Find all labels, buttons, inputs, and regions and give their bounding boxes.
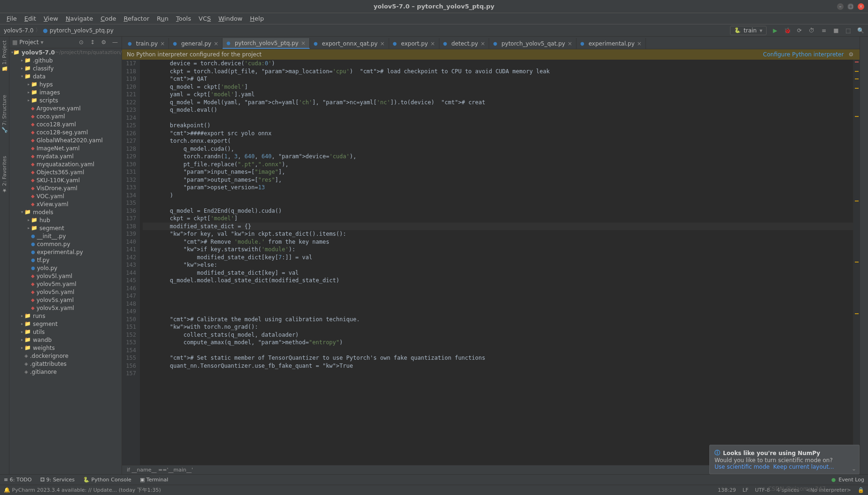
tree-item[interactable]: ◆coco.yaml <box>9 112 122 120</box>
code-editor[interactable]: 1171181191201211221231241251261271281291… <box>122 60 860 465</box>
tree-item[interactable]: ▸📁classify <box>9 64 122 72</box>
menu-vcs[interactable]: VCS <box>196 14 214 23</box>
status-interpreter[interactable]: <No interpreter> <box>806 487 851 493</box>
profiler-icon[interactable]: ⏱ <box>808 27 815 34</box>
settings-icon[interactable]: ⚙ <box>100 39 108 46</box>
close-tab-icon[interactable]: × <box>380 40 384 47</box>
update-icon[interactable]: ⬚ <box>845 27 852 34</box>
close-tab-icon[interactable]: × <box>301 40 306 46</box>
editor-marker-strip[interactable] <box>853 60 860 465</box>
search-everywhere-icon[interactable]: 🔍 <box>857 27 864 34</box>
tree-item[interactable]: ◆VOC.yaml <box>9 192 122 200</box>
tree-item[interactable]: ◆myquatazation.yaml <box>9 160 122 168</box>
tree-item[interactable]: ▸📁scripts <box>9 96 122 104</box>
tree-item[interactable]: ▸📁hub <box>9 216 122 224</box>
run-config-selector[interactable]: train ▾ <box>730 26 767 35</box>
tree-item[interactable]: ◆ImageNet.yaml <box>9 144 122 152</box>
close-tab-icon[interactable]: × <box>637 40 642 47</box>
tree-item[interactable]: ◆Objects365.yaml <box>9 168 122 176</box>
tree-item[interactable]: ●yolo.py <box>9 264 122 272</box>
minimize-button[interactable]: – <box>837 3 844 10</box>
breadcrumb-root[interactable]: yolov5-7.0 <box>4 27 33 34</box>
tree-item[interactable]: ●__init__.py <box>9 232 122 240</box>
tree-item[interactable]: ◆xView.yaml <box>9 200 122 208</box>
status-lock-icon[interactable]: 🔒 <box>858 487 864 493</box>
tree-item[interactable]: ◈.gitattributes <box>9 360 122 368</box>
menu-refactor[interactable]: Refactor <box>121 14 152 23</box>
status-update[interactable]: PyCharm 2023.3.4 available: // Update...… <box>12 487 161 493</box>
menu-edit[interactable]: Edit <box>22 14 39 23</box>
menu-tools[interactable]: Tools <box>173 14 194 23</box>
status-indent[interactable]: 4 spaces <box>776 487 799 493</box>
close-tab-icon[interactable]: × <box>568 40 572 47</box>
editor-tab[interactable]: ●export_onnx_qat.py× <box>310 38 389 49</box>
close-tab-icon[interactable]: × <box>160 40 165 47</box>
tree-item[interactable]: ◆yolov5n.yaml <box>9 288 122 296</box>
editor-tab[interactable]: ●general.py× <box>169 38 223 49</box>
tree-item[interactable]: ◆mydata.yaml <box>9 152 122 160</box>
tree-item[interactable]: ▸📁images <box>9 88 122 96</box>
use-scientific-link[interactable]: Use scientific mode <box>714 464 769 470</box>
tree-item[interactable]: ◆VisDrone.yaml <box>9 184 122 192</box>
menu-navigate[interactable]: Navigate <box>63 14 96 23</box>
editor-tab[interactable]: ●pytorch_yolov5_ptq.py× <box>223 38 310 49</box>
tree-item[interactable]: ◆yolov5m.yaml <box>9 280 122 288</box>
tree-item[interactable]: ◆yolov5s.yaml <box>9 296 122 304</box>
tree-item[interactable]: ▸📁wandb <box>9 336 122 344</box>
menu-file[interactable]: File <box>4 14 20 23</box>
warning-settings-icon[interactable]: ⚙ <box>847 51 855 58</box>
tree-item[interactable]: ◈.gitianore <box>9 368 122 376</box>
tree-item[interactable]: ●tf.py <box>9 256 122 264</box>
todo-tab[interactable]: ≡ 6: TODO <box>4 477 31 483</box>
services-tab[interactable]: ⚃ 9: Services <box>40 477 75 483</box>
run-icon[interactable]: ▶ <box>771 27 779 34</box>
menu-window[interactable]: Window <box>215 14 245 23</box>
tree-item[interactable]: ▸📁segment <box>9 224 122 232</box>
tree-item[interactable]: ◆yolov5l.yaml <box>9 272 122 280</box>
debug-icon[interactable]: 🐞 <box>784 27 791 34</box>
tree-root[interactable]: ▾📁yolov5-7.0 ~/project/tmp/quataztion/ <box>9 48 122 56</box>
tree-item[interactable]: ▸📁utils <box>9 328 122 336</box>
editor-tab[interactable]: ●experimental.py× <box>576 38 646 49</box>
tree-item[interactable]: ●common.py <box>9 240 122 248</box>
tree-item[interactable]: ▾📁models <box>9 208 122 216</box>
breadcrumb[interactable]: yolov5-7.0 〉 ● pytorch_yolov5_ptq.py <box>4 26 114 34</box>
python-console-tab[interactable]: 🐍 Python Console <box>83 477 131 483</box>
keep-layout-link[interactable]: Keep current layout... <box>773 464 834 470</box>
expand-all-icon[interactable]: ↕ <box>89 39 96 46</box>
close-tab-icon[interactable]: × <box>480 40 485 47</box>
hide-icon[interactable]: — <box>111 39 119 46</box>
editor-tab[interactable]: ●pytorch_yolov5_qat.py× <box>489 38 576 49</box>
tree-item[interactable]: ◆SKU-110K.yaml <box>9 176 122 184</box>
status-line-sep[interactable]: LF <box>743 487 748 493</box>
tree-item[interactable]: ●experimental.py <box>9 248 122 256</box>
tree-item[interactable]: ▸📁.github <box>9 56 122 64</box>
event-log-tab[interactable]: Event Log <box>838 477 864 483</box>
editor-tab[interactable]: ●export.py× <box>389 38 439 49</box>
tree-item[interactable]: ◆GlobalWheat2020.yaml <box>9 136 122 144</box>
breadcrumb-file[interactable]: pytorch_yolov5_ptq.py <box>50 27 114 34</box>
menu-view[interactable]: View <box>41 14 61 23</box>
tree-item[interactable]: ◆yolov5x.yaml <box>9 304 122 312</box>
select-opened-file-icon[interactable]: ⊙ <box>77 39 85 46</box>
maximize-button[interactable]: □ <box>847 3 854 10</box>
stop-icon[interactable]: ■ <box>832 27 840 34</box>
editor-tab[interactable]: ●train.py× <box>124 38 169 49</box>
tree-item[interactable]: ▸📁hyps <box>9 80 122 88</box>
tree-item[interactable]: ▸📁segment <box>9 320 122 328</box>
menu-help[interactable]: Help <box>247 14 267 23</box>
menu-code[interactable]: Code <box>98 14 119 23</box>
tool-structure-tab[interactable]: 🔧 7: Structure <box>1 93 8 135</box>
chevron-down-icon[interactable]: ⌄ <box>852 465 856 472</box>
status-encoding[interactable]: UTF-8 <box>755 487 770 493</box>
close-tab-icon[interactable]: × <box>214 40 218 47</box>
close-tab-icon[interactable]: × <box>430 40 435 47</box>
tree-item[interactable]: ▸📁runs <box>9 312 122 320</box>
tree-item[interactable]: ◆Argoverse.yaml <box>9 104 122 112</box>
editor-tab[interactable]: ●detect.py× <box>439 38 490 49</box>
tree-item[interactable]: ◈.dockerignore <box>9 352 122 360</box>
run-coverage-icon[interactable]: ⟳ <box>796 27 803 34</box>
configure-interpreter-link[interactable]: Configure Python interpreter <box>763 51 844 58</box>
status-caret-pos[interactable]: 138:29 <box>718 487 736 493</box>
terminal-tab[interactable]: ▣ Terminal <box>140 477 168 483</box>
